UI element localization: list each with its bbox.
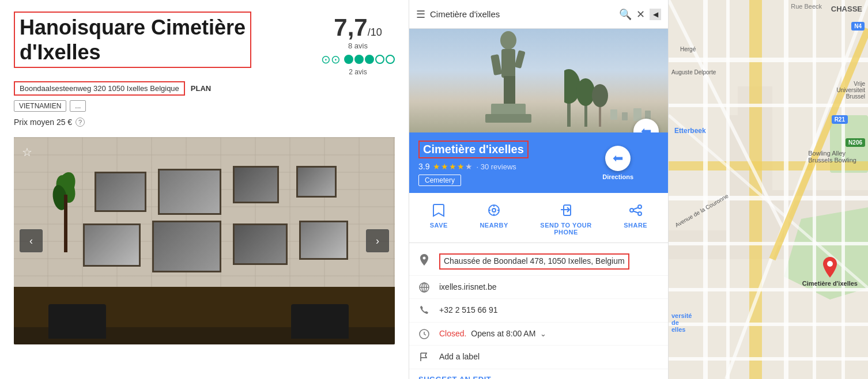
clock-icon: [418, 329, 430, 339]
map-label-herge: Hergé: [680, 46, 696, 52]
photo-frame: [152, 221, 221, 272]
highway-r21-badge: R21: [832, 115, 848, 124]
detail-website[interactable]: ixelles.irisnet.be: [439, 282, 497, 293]
direction-arrow-icon: ⬅: [641, 124, 651, 132]
svg-rect-8: [504, 76, 510, 105]
action-share[interactable]: SHARE: [624, 202, 647, 236]
send-to-phone-icon: [558, 202, 574, 218]
globe-icon: [418, 282, 430, 293]
gmaps-rating: 3.9: [418, 162, 429, 171]
svg-rect-20: [633, 108, 641, 121]
ta-reviews-count: 2 avis: [349, 68, 367, 76]
map-label-chasse: CHASSE: [831, 5, 862, 13]
gmaps-details: Chaussée de Boondael 478, 1050 Ixelles, …: [409, 243, 668, 379]
nearby-icon: [486, 202, 502, 218]
svg-rect-9: [510, 76, 515, 105]
share-label: SHARE: [624, 222, 647, 229]
website-detail-row: ixelles.irisnet.be: [409, 276, 668, 300]
photo-frame: [233, 223, 288, 265]
info-direction-btn[interactable]: ⬅: [605, 146, 631, 171]
hours-detail-row: Closed. Opens at 8:00 AM ⌄: [409, 323, 668, 346]
close-icon[interactable]: ✕: [636, 8, 645, 21]
photo-frame: [296, 166, 337, 198]
location-pin-icon: [418, 254, 430, 266]
svg-point-23: [492, 209, 496, 212]
label-detail-row: Add a label: [409, 346, 668, 369]
plan-link[interactable]: PLAN: [191, 84, 211, 93]
hamburger-icon[interactable]: ☰: [416, 8, 425, 21]
help-icon[interactable]: ?: [76, 118, 85, 127]
svg-rect-19: [622, 112, 628, 120]
category-tag[interactable]: Cemetery: [418, 175, 461, 186]
search-icon[interactable]: 🔍: [619, 8, 632, 21]
address-row: Boondaalsesteenweg 320 1050 Ixelles Belg…: [14, 81, 395, 96]
gmaps-actions-row: SAVE NEARBY SEND TO YOURPHONE SHARE: [409, 193, 668, 243]
gallery-next-button[interactable]: ›: [366, 229, 389, 252]
svg-rect-58: [726, 0, 730, 379]
tag-vietnamien[interactable]: VIETNAMIEN: [14, 100, 66, 112]
map-marker[interactable]: Cimetière d'ixelles: [802, 257, 858, 287]
gmaps-search-input[interactable]: [430, 9, 614, 19]
svg-rect-56: [669, 357, 868, 361]
photo-frame: [299, 221, 348, 260]
map-label-vrije: VrijeUniversiteitBrussel: [837, 81, 865, 100]
save-icon: [431, 202, 447, 218]
svg-point-30: [638, 205, 641, 209]
restaurant-title: Hanoisquare Cimetière d'Ixelles: [14, 12, 251, 68]
map-label-bowling: Bowling AlleyBrussels Bowling: [808, 150, 856, 164]
rating-number: 7,7: [334, 14, 367, 41]
svg-rect-54: [669, 288, 868, 291]
phone-icon: [418, 305, 430, 314]
hours-expand-icon[interactable]: ⌄: [540, 329, 546, 338]
prix-row: Prix moyen 25 € ?: [14, 118, 395, 127]
rating-block: 7,7/10 8 avis ⊙⊙ 2 avis: [321, 14, 395, 77]
highway-n206-badge: N206: [846, 138, 865, 147]
gallery-prev-button[interactable]: ‹: [20, 229, 43, 252]
directions-icon: ⬅: [613, 151, 623, 166]
svg-rect-57: [703, 0, 708, 379]
action-save[interactable]: SAVE: [430, 202, 448, 236]
favorite-button[interactable]: ☆: [22, 145, 38, 161]
photo-frame: [83, 223, 141, 267]
tripadvisor-row: ⊙⊙: [321, 52, 395, 66]
suggest-edit-link[interactable]: SUGGEST AN EDIT: [409, 369, 668, 379]
svg-rect-3: [64, 195, 67, 252]
gallery-container: ☆ ‹ ›: [14, 137, 395, 344]
send-to-phone-label: SEND TO YOURPHONE: [540, 222, 591, 236]
svg-rect-53: [669, 242, 868, 245]
svg-point-4: [500, 31, 516, 50]
action-nearby[interactable]: NEARBY: [480, 202, 508, 236]
svg-rect-59: [784, 0, 788, 379]
photo-frame: [95, 172, 146, 212]
nearby-label: NEARBY: [480, 222, 508, 229]
map-panel: CHASSE Rue Beeck Etterbeek Bowling Alley…: [669, 0, 868, 379]
svg-line-34: [633, 211, 638, 213]
svg-rect-10: [491, 104, 526, 115]
ta-circles: [344, 55, 395, 64]
gmaps-searchbar: ☰ 🔍 ✕ ◀: [409, 0, 668, 29]
highway-n4-badge: N4: [851, 22, 865, 31]
address-text: Boondaalsesteenweg 320 1050 Ixelles Belg…: [14, 81, 185, 96]
action-send-to-phone[interactable]: SEND TO YOURPHONE: [540, 202, 591, 236]
rating-denom: /10: [368, 26, 382, 38]
svg-rect-55: [669, 323, 868, 326]
tripadvisor-logo: ⊙⊙: [321, 52, 341, 66]
gmaps-panel: ☰ 🔍 ✕ ◀: [409, 0, 669, 379]
star-rating: ★ ★ ★ ★ ★: [433, 162, 473, 171]
map-label-etterbeek: Etterbeek: [674, 127, 706, 135]
marker-label: Cimetière d'ixelles: [802, 280, 858, 287]
tag-more[interactable]: ...: [70, 100, 86, 112]
detail-phone[interactable]: +32 2 515 66 91: [439, 305, 498, 316]
collapse-button[interactable]: ◀: [650, 9, 661, 20]
gmaps-info-bar: Cimetière d'ixelles ⬅ Directions 3.9 ★ ★…: [409, 132, 668, 193]
map-label-auguste: Auguste Delporte: [671, 69, 716, 75]
svg-rect-18: [610, 109, 617, 120]
detail-add-label[interactable]: Add a label: [439, 351, 480, 363]
rating-reviews: 8 avis: [321, 41, 395, 50]
tags-row: VIETNAMIEN ...: [14, 100, 395, 112]
svg-point-17: [592, 84, 608, 107]
gmaps-hero-image: ⬅: [409, 29, 668, 132]
svg-point-31: [630, 209, 633, 212]
svg-point-66: [827, 261, 833, 267]
directions-label: Directions: [602, 173, 633, 180]
